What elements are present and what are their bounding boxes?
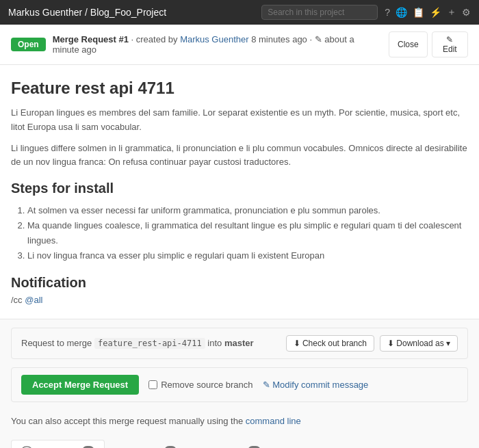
app-header: Markus Guenther / Blog_Foo_Project ? 🌐 📋…	[0, 0, 479, 25]
remove-source-checkbox-label[interactable]: Remove source branch	[148, 380, 253, 390]
merge-buttons: ⬇ Check out branch ⬇ Download as ▾	[286, 335, 458, 352]
list-item: Ma quande lingues coalesce, li grammatic…	[27, 218, 468, 248]
changes-icon: ▤	[197, 446, 205, 448]
author-link[interactable]: Markus Guenther	[180, 34, 248, 44]
gear-icon[interactable]: ⚙	[462, 7, 471, 18]
breadcrumb: Markus Guenther / Blog_Foo_Project	[8, 7, 255, 18]
tab-discussion[interactable]: 💬 Discussion 0	[11, 440, 105, 448]
branch-text: Request to merge feature_rest-api-4711 i…	[21, 338, 286, 348]
edit-button[interactable]: ✎ Edit	[432, 31, 468, 57]
globe-icon[interactable]: 🌐	[396, 7, 407, 18]
remove-source-checkbox[interactable]	[148, 380, 157, 389]
modify-commit-link[interactable]: ✎ Modify commit message	[263, 380, 369, 390]
open-badge: Open	[11, 38, 46, 51]
source-branch: feature_rest-api-4711	[94, 338, 205, 349]
question-icon[interactable]: ?	[385, 7, 390, 18]
close-button[interactable]: Close	[389, 31, 428, 57]
commits-icon: ↻	[115, 446, 122, 448]
tab-bar: 💬 Discussion 0 ↻ Commits 2 ▤ Changes 2	[11, 440, 468, 448]
notification-heading: Notification	[11, 275, 468, 291]
header-icons: ? 🌐 📋 ⚡ ＋ ⚙	[385, 6, 471, 18]
cc-all-link[interactable]: @all	[25, 295, 42, 305]
bolt-icon[interactable]: ⚡	[430, 7, 441, 18]
steps-heading: Steps for install	[11, 181, 468, 196]
paragraph-1: Li Europan lingues es membres del sam fa…	[11, 106, 468, 135]
list-item: Li nov lingua franca va esser plu simpli…	[27, 248, 468, 263]
accept-bar: Accept Merge Request Remove source branc…	[11, 367, 468, 402]
paragraph-2: Li lingues differe solmen in li grammati…	[11, 142, 468, 170]
tab-changes[interactable]: ▤ Changes 2	[187, 440, 270, 448]
search-input[interactable]	[261, 5, 378, 20]
target-branch: master	[224, 338, 254, 348]
main-content: Feature rest api 4711 Li Europan lingues…	[0, 65, 479, 319]
download-button[interactable]: ⬇ Download as ▾	[380, 335, 458, 352]
steps-list: At solmen va esser necessi far uniform g…	[11, 203, 468, 263]
cc-line: /cc @all	[11, 295, 468, 305]
command-line-note: You can also accept this merge request m…	[11, 410, 468, 432]
checkout-branch-button[interactable]: ⬇ Check out branch	[286, 335, 374, 352]
discussion-icon: 💬	[21, 446, 32, 448]
mr-description: Merge Request #1 · created by Markus Gue…	[53, 34, 382, 55]
list-item: At solmen va esser necessi far uniform g…	[27, 203, 468, 218]
copy-icon[interactable]: 📋	[413, 7, 424, 18]
merge-request-bar: Open Merge Request #1 · created by Marku…	[0, 25, 479, 65]
accept-merge-button[interactable]: Accept Merge Request	[21, 375, 139, 395]
merge-info-bar: Request to merge feature_rest-api-4711 i…	[11, 328, 468, 359]
plus-icon[interactable]: ＋	[447, 6, 456, 18]
command-line-link[interactable]: command line	[246, 416, 301, 426]
mr-actions: Close ✎ Edit	[389, 31, 468, 57]
tab-commits[interactable]: ↻ Commits 2	[105, 440, 187, 448]
feature-title: Feature rest api 4711	[11, 79, 468, 98]
